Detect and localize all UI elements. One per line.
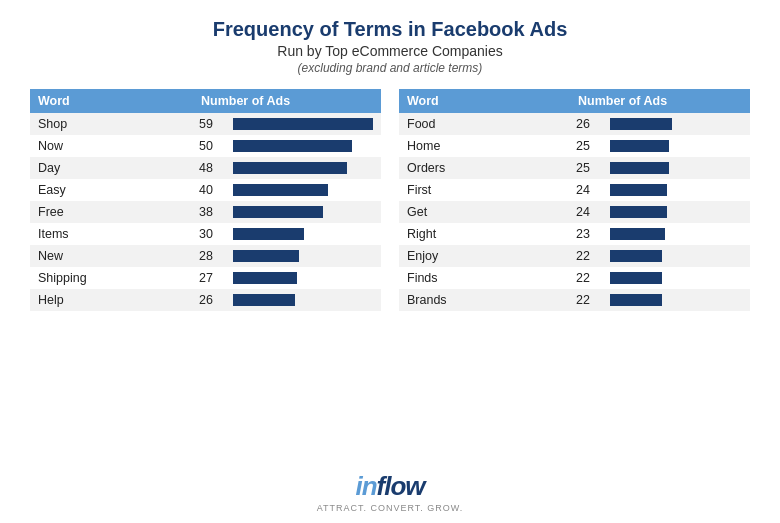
bar-cell (600, 223, 750, 245)
bar (610, 184, 667, 196)
bar (610, 228, 665, 240)
count-cell: 22 (568, 289, 600, 311)
table-row: Shipping 27 (30, 267, 381, 289)
table-row: Brands 22 (399, 289, 750, 311)
count-cell: 25 (568, 135, 600, 157)
table-row: Easy 40 (30, 179, 381, 201)
word-cell: Easy (30, 179, 191, 201)
bar-cell (223, 113, 381, 135)
bar-cell (600, 267, 750, 289)
logo-area: inflow Attract. Convert. Grow. (317, 471, 464, 513)
bar (610, 140, 669, 152)
count-cell: 50 (191, 135, 223, 157)
right-table: Word Number of Ads Food 26 Home 25 Order… (399, 89, 750, 311)
bar (233, 162, 347, 174)
bar (610, 162, 669, 174)
count-cell: 24 (568, 201, 600, 223)
logo-flow: flow (377, 471, 425, 502)
word-cell: Shipping (30, 267, 191, 289)
table-row: Now 50 (30, 135, 381, 157)
count-cell: 23 (568, 223, 600, 245)
table-row: Right 23 (399, 223, 750, 245)
bar-cell (223, 245, 381, 267)
bar (610, 118, 672, 130)
bar (610, 206, 667, 218)
bar-cell (223, 157, 381, 179)
table-row: Get 24 (399, 201, 750, 223)
count-cell: 22 (568, 245, 600, 267)
word-cell: Enjoy (399, 245, 568, 267)
count-cell: 30 (191, 223, 223, 245)
bar (233, 228, 304, 240)
word-cell: Help (30, 289, 191, 311)
word-cell: Food (399, 113, 568, 135)
bar (233, 272, 297, 284)
bar-cell (223, 201, 381, 223)
count-cell: 27 (191, 267, 223, 289)
table-row: Free 38 (30, 201, 381, 223)
word-cell: Day (30, 157, 191, 179)
bar-cell (223, 179, 381, 201)
left-table-container: Word Number of Ads Shop 59 Now 50 Day 48 (30, 89, 381, 461)
bar (610, 250, 662, 262)
bar (610, 272, 662, 284)
right-col1-header: Word (399, 89, 568, 113)
count-cell: 38 (191, 201, 223, 223)
word-cell: Free (30, 201, 191, 223)
table-row: Orders 25 (399, 157, 750, 179)
bar-cell (600, 201, 750, 223)
bar-cell (223, 267, 381, 289)
tables-wrapper: Word Number of Ads Shop 59 Now 50 Day 48 (30, 89, 750, 461)
count-cell: 28 (191, 245, 223, 267)
left-col2-header: Number of Ads (191, 89, 381, 113)
word-cell: New (30, 245, 191, 267)
bar (233, 250, 299, 262)
bar-cell (223, 135, 381, 157)
bar (233, 294, 295, 306)
bar-cell (600, 113, 750, 135)
count-cell: 24 (568, 179, 600, 201)
bar-cell (600, 245, 750, 267)
table-row: Enjoy 22 (399, 245, 750, 267)
word-cell: Get (399, 201, 568, 223)
word-cell: Right (399, 223, 568, 245)
bar-cell (600, 157, 750, 179)
word-cell: Home (399, 135, 568, 157)
word-cell: First (399, 179, 568, 201)
word-cell: Orders (399, 157, 568, 179)
bar (233, 140, 352, 152)
table-row: Home 25 (399, 135, 750, 157)
count-cell: 22 (568, 267, 600, 289)
count-cell: 26 (568, 113, 600, 135)
word-cell: Brands (399, 289, 568, 311)
word-cell: Now (30, 135, 191, 157)
logo-tagline: Attract. Convert. Grow. (317, 503, 464, 513)
bar (233, 184, 328, 196)
table-row: Day 48 (30, 157, 381, 179)
right-col2-header: Number of Ads (568, 89, 750, 113)
page-subtitle: Run by Top eCommerce Companies (277, 43, 502, 59)
left-col1-header: Word (30, 89, 191, 113)
page-title: Frequency of Terms in Facebook Ads (213, 18, 568, 41)
logo-text: inflow (355, 471, 424, 502)
right-table-container: Word Number of Ads Food 26 Home 25 Order… (399, 89, 750, 461)
word-cell: Finds (399, 267, 568, 289)
page-subtitle-italic: (excluding brand and article terms) (298, 61, 483, 75)
count-cell: 40 (191, 179, 223, 201)
word-cell: Shop (30, 113, 191, 135)
count-cell: 25 (568, 157, 600, 179)
bar-cell (600, 179, 750, 201)
table-row: Help 26 (30, 289, 381, 311)
table-row: Items 30 (30, 223, 381, 245)
table-row: New 28 (30, 245, 381, 267)
bar-cell (600, 135, 750, 157)
table-row: Finds 22 (399, 267, 750, 289)
bar (610, 294, 662, 306)
bar-cell (223, 223, 381, 245)
bar-cell (223, 289, 381, 311)
word-cell: Items (30, 223, 191, 245)
table-row: Shop 59 (30, 113, 381, 135)
bar-cell (600, 289, 750, 311)
count-cell: 48 (191, 157, 223, 179)
logo-in: in (355, 471, 376, 502)
